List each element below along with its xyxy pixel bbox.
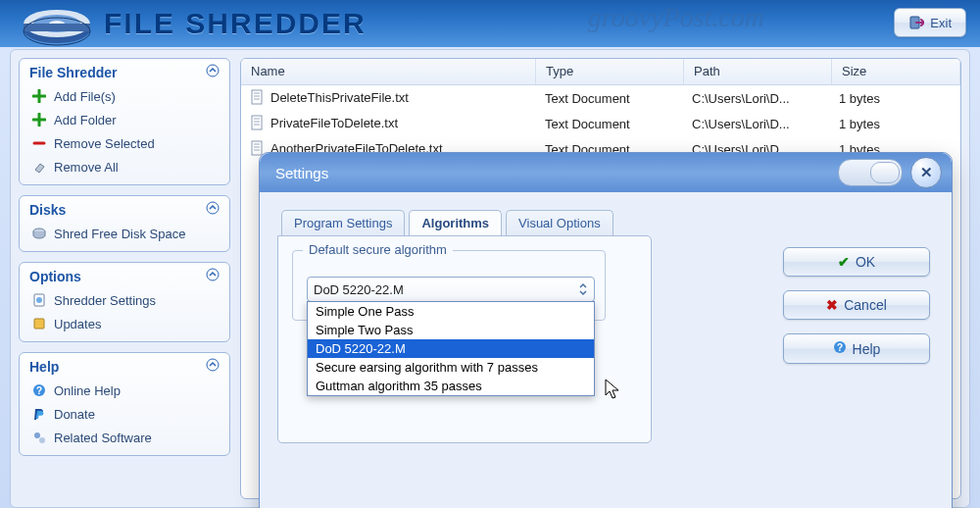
settings-dialog: Settings ✕ Program Settings Algorithms V… [259,152,953,508]
svg-rect-20 [252,116,262,129]
titlebar-toggle[interactable] [838,159,903,186]
chevron-up-icon [206,358,220,375]
help-icon: ? [31,382,47,398]
cell-type: Text Document [535,117,682,131]
panel-title: Help [29,359,59,375]
sidebar-panel-help: Help ? Online Help Donate Related Softwa… [19,352,230,456]
cursor-icon [605,379,622,400]
watermark-text: groovyPost.com [588,2,764,33]
exit-label: Exit [930,16,952,30]
svg-point-17 [34,432,40,438]
settings-title: Settings [275,165,328,181]
sidebar-item-add-folder[interactable]: Add Folder [25,108,223,131]
sidebar-item-remove-selected[interactable]: Remove Selected [25,131,223,155]
sidebar-panel-disks: Disks Shred Free Disk Space [19,195,230,252]
file-icon [251,89,265,108]
file-icon [251,115,265,133]
chevron-up-icon [206,64,220,80]
panel-header[interactable]: Help [20,353,229,377]
question-icon: ? [833,340,847,357]
default-algorithm-group: Default secure algorithm DoD 5220-22.M S… [292,250,606,321]
dropdown-option[interactable]: DoD 5220-22.M [308,339,594,358]
app-title: FILE SHREDDER [104,7,367,40]
spinner-icon [578,282,588,296]
sidebar-item-label: Online Help [54,383,121,398]
sidebar-item-donate[interactable]: Donate [25,402,223,426]
file-rows: DeleteThisPrivateFile.txtText DocumentC:… [241,85,960,162]
tab-algorithms[interactable]: Algorithms [409,210,502,235]
sidebar-item-updates[interactable]: Updates [25,312,223,335]
settings-tabs: Program Settings Algorithms Visual Optio… [281,210,934,235]
sidebar: File Shredder Add File(s) Add Folder [19,58,230,499]
col-name[interactable]: Name [241,59,536,84]
cancel-button[interactable]: ✖Cancel [783,290,930,320]
svg-point-7 [207,65,219,76]
cell-path: C:\Users\Lori\D... [682,117,829,131]
svg-rect-4 [24,24,90,31]
sidebar-item-related-software[interactable]: Related Software [25,426,223,449]
sidebar-item-label: Updates [54,317,101,331]
chevron-up-icon [206,268,220,284]
panel-title: File Shredder [29,65,117,80]
sidebar-item-shredder-settings[interactable]: Shredder Settings [25,288,223,312]
sidebar-item-label: Remove Selected [54,136,155,151]
svg-point-10 [207,269,219,280]
dropdown-option[interactable]: Guttman algorithm 35 passes [308,377,594,395]
settings-titlebar[interactable]: Settings ✕ [260,153,952,192]
ok-button[interactable]: ✔OK [783,247,930,277]
combobox-value: DoD 5220-22.M [314,282,404,297]
shredder-disk-icon [18,0,96,47]
tab-page-algorithms: Default secure algorithm DoD 5220-22.M S… [277,235,652,443]
svg-point-18 [39,437,45,443]
svg-point-12 [36,297,42,303]
panel-header[interactable]: Disks [20,196,229,220]
dropdown-option[interactable]: Secure earsing algorithm with 7 passes [308,358,594,377]
minus-icon [31,135,47,151]
sidebar-item-online-help[interactable]: ? Online Help [25,379,223,402]
cell-size: 1 bytes [829,91,960,106]
close-button[interactable]: ✕ [910,157,942,188]
sidebar-item-shred-free-space[interactable]: Shred Free Disk Space [25,222,223,245]
sidebar-item-label: Add File(s) [54,89,116,104]
plus-icon [31,88,47,104]
table-row[interactable]: DeleteThisPrivateFile.txtText DocumentC:… [241,85,960,111]
dropdown-option[interactable]: Simple One Pass [308,302,594,321]
panel-title: Options [29,269,81,284]
column-headers: Name Type Path Size [241,59,960,85]
panel-header[interactable]: File Shredder [20,59,229,82]
svg-text:?: ? [837,342,843,353]
app-logo: FILE SHREDDER [18,0,367,47]
algorithm-combobox[interactable]: DoD 5220-22.M [307,277,595,302]
svg-rect-19 [252,90,262,104]
sidebar-item-remove-all[interactable]: Remove All [25,155,223,178]
col-type[interactable]: Type [536,59,684,84]
x-icon: ✖ [826,297,838,313]
settings-actions: ✔OK ✖Cancel ?Help [783,247,930,364]
col-path[interactable]: Path [684,59,832,84]
algorithm-dropdown[interactable]: Simple One PassSimple Two PassDoD 5220-2… [307,301,595,396]
disk-icon [31,226,47,241]
help-label: Help [853,341,881,357]
related-icon [31,430,47,445]
col-size[interactable]: Size [832,59,960,84]
table-row[interactable]: PrivateFileToDelete.txtText DocumentC:\U… [241,111,960,136]
cell-path: C:\Users\Lori\D... [682,91,829,106]
cancel-label: Cancel [844,297,887,313]
exit-button[interactable]: Exit [894,8,966,37]
dropdown-option[interactable]: Simple Two Pass [308,321,594,339]
sidebar-item-label: Add Folder [54,113,117,127]
tab-visual-options[interactable]: Visual Options [506,210,613,235]
sidebar-panel-options: Options Shredder Settings Updates [19,262,230,342]
cell-type: Text Document [535,91,682,106]
sidebar-item-add-files[interactable]: Add File(s) [25,84,223,108]
ok-label: OK [856,254,875,270]
svg-text:?: ? [36,385,42,396]
tab-program-settings[interactable]: Program Settings [281,210,405,235]
sidebar-item-label: Donate [54,407,95,422]
help-button[interactable]: ?Help [783,333,930,364]
panel-header[interactable]: Options [20,263,229,286]
svg-point-14 [207,359,219,371]
svg-rect-21 [252,141,262,155]
paypal-icon [31,406,47,422]
sidebar-item-label: Shred Free Disk Space [54,227,185,241]
